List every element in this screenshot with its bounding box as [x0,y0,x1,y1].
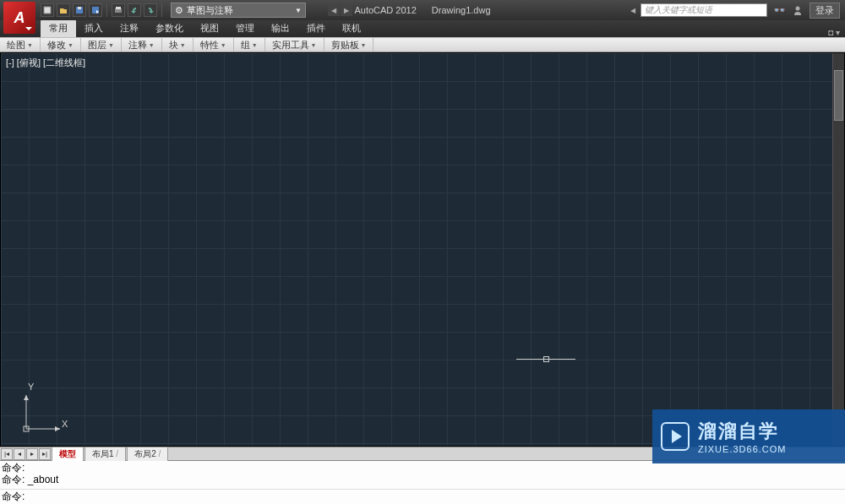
cmd-line: 命令: _about [2,474,843,485]
watermark-name: 溜溜自学 [698,419,786,444]
login-button[interactable]: 登录 [810,3,840,19]
tab-plugins[interactable]: 插件 [298,19,334,37]
tab-view[interactable]: 视图 [192,19,227,37]
svg-rect-2 [78,7,81,9]
panel-block[interactable]: 块▼ [162,38,194,51]
chevron-down-icon: ▼ [295,7,302,14]
svg-rect-0 [44,7,51,14]
watermark-url: ZIXUE.3D66.COM [698,444,786,454]
watermark-text: 溜溜自学 ZIXUE.3D66.COM [698,419,786,454]
print-icon[interactable] [112,3,125,17]
vertical-scrollbar[interactable] [832,53,844,446]
panel-draw[interactable]: 绘图▼ [0,38,41,51]
tab-parametric[interactable]: 参数化 [147,19,192,37]
app-name: AutoCAD 2012 [354,5,416,15]
svg-point-6 [796,7,800,11]
nav-prev-icon[interactable]: ◀ [328,4,340,16]
tab-insert[interactable]: 插入 [76,19,112,37]
tab-next-icon[interactable]: ▸ [26,448,38,460]
svg-rect-3 [92,7,99,14]
ribbon-controls: ◘ ▾ [828,28,845,37]
ucs-icon: X Y [19,385,70,436]
panel-groups[interactable]: 组▼ [234,38,265,51]
panel-clipboard[interactable]: 剪贴板▼ [324,38,374,51]
command-history[interactable]: 命令: 命令: _about [0,461,845,490]
panel-layers[interactable]: 图层▼ [81,38,122,51]
quick-access-toolbar [41,3,164,17]
title-bar: A ⚙ 草图与注释 ▼ ◀ ▶ AutoCAD 2012 Drawing1.dw… [0,0,845,20]
play-icon [661,422,690,451]
ucs-y-label: Y [28,382,34,392]
separator [161,3,162,17]
saveas-icon[interactable] [89,3,102,17]
grid [1,53,844,446]
undo-icon[interactable] [128,3,141,17]
title-right: ◀ 键入关键字或短语 👓 登录 [630,3,840,19]
watermark: 溜溜自学 ZIXUE.3D66.COM [652,409,845,463]
tab-manage[interactable]: 管理 [227,19,263,37]
open-icon[interactable] [57,3,70,17]
search-input[interactable]: 键入关键字或短语 [641,3,767,17]
tab-home[interactable]: 常用 [41,19,76,37]
viewport-label[interactable]: [-] [俯视] [二维线框] [6,57,85,69]
tab-prev-icon[interactable]: ◂ [14,448,25,460]
file-name: Drawing1.dwg [432,5,491,15]
tab-first-icon[interactable]: |◂ [1,448,13,460]
tab-online[interactable]: 联机 [334,19,369,37]
layout-tab-layout1[interactable]: 布局1 / [84,447,126,461]
app-menu-button[interactable]: A [3,2,35,34]
ucs-x-label: X [62,419,68,429]
layout-tab-model[interactable]: 模型 [52,447,84,461]
user-icon[interactable] [791,3,804,17]
new-icon[interactable] [41,3,54,17]
scrollbar-thumb[interactable] [834,70,843,121]
ribbon-tabs: 常用 插入 注释 参数化 视图 管理 输出 插件 联机 ◘ ▾ [0,20,845,37]
ribbon-expand-icon[interactable]: ◘ ▾ [828,28,840,37]
tab-annotate[interactable]: 注释 [112,19,147,37]
panel-modify[interactable]: 修改▼ [41,38,81,51]
drawing-area[interactable]: [-] [俯视] [二维线框] X Y [0,52,845,447]
workspace-dropdown[interactable]: ⚙ 草图与注释 ▼ [171,3,306,18]
cmd-line: 命令: [2,462,843,474]
gear-icon: ⚙ [175,5,183,16]
panel-annotation[interactable]: 注释▼ [122,38,162,51]
separator [106,3,107,17]
workspace-label: 草图与注释 [187,4,233,17]
redo-icon[interactable] [144,3,157,17]
panel-properties[interactable]: 特性▼ [194,38,234,51]
panel-utilities[interactable]: 实用工具▼ [265,38,324,51]
save-icon[interactable] [73,3,86,17]
chevron-left-icon[interactable]: ◀ [630,7,635,14]
command-input[interactable]: 命令: [0,490,845,503]
binoculars-icon[interactable]: 👓 [772,3,786,17]
tab-last-icon[interactable]: ▸| [39,448,51,460]
title-nav: ◀ ▶ [328,4,352,16]
command-prompt: 命令: [2,490,25,504]
title-text: AutoCAD 2012 Drawing1.dwg [354,5,490,15]
command-window: 命令: 命令: _about 命令: [0,460,845,504]
tab-output[interactable]: 输出 [263,19,298,37]
layout-tab-layout2[interactable]: 布局2 / [127,447,168,461]
nav-next-icon[interactable]: ▶ [341,4,352,16]
ribbon-panels: 绘图▼ 修改▼ 图层▼ 注释▼ 块▼ 特性▼ 组▼ 实用工具▼ 剪贴板▼ [0,37,845,52]
svg-rect-5 [116,7,121,9]
